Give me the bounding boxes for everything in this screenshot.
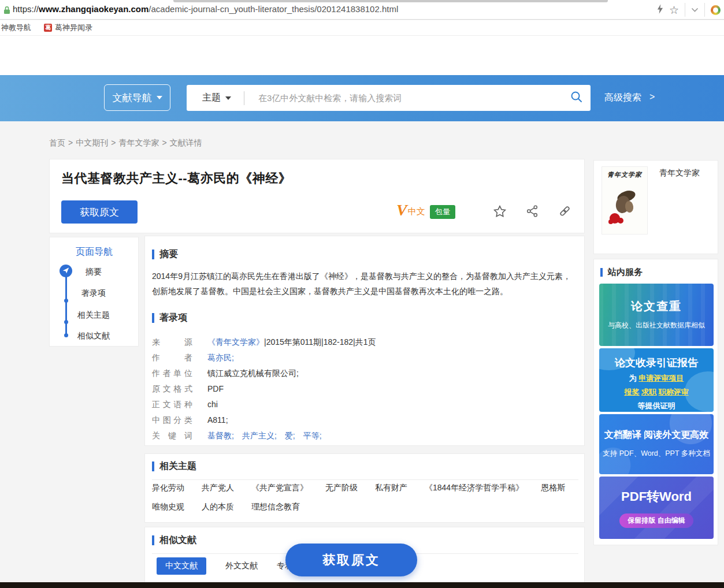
abstract-text: 2014年9月江苏镇江的葛亦民先生在香港出版了《神经》，是基督教与共产主义的整合… — [152, 269, 576, 299]
divider — [685, 3, 685, 17]
abstract-section-heading: 摘要 — [152, 248, 178, 260]
topic-link[interactable]: 恩格斯 — [541, 483, 565, 493]
flash-bolt-icon[interactable] — [657, 4, 663, 16]
url-domain: www.zhangqiaokeyan.com — [39, 4, 148, 14]
search-band: 文献导航 主题 高级搜索> — [0, 75, 724, 121]
bookmark-item-2[interactable]: 葛 葛神异闻录 — [44, 23, 92, 33]
journal-card: 青年文学家 青年文学家 — [593, 160, 718, 254]
search-box: 主题 — [187, 85, 591, 111]
divider — [704, 3, 705, 17]
award-link[interactable]: 报奖 — [624, 388, 639, 396]
related-topics-card: 相关主题 异化劳动 共产党人 《共产党宣言》 无产阶级 私有财产 《1844年经… — [144, 453, 585, 523]
topic-link[interactable]: 理想信念教育 — [251, 502, 300, 512]
page-nav-item-abstract[interactable]: 摘要 — [86, 267, 102, 277]
author-link[interactable]: 葛亦民; — [207, 350, 234, 366]
timeline-dot — [64, 299, 68, 303]
keyword-link[interactable]: 共产主义; — [242, 428, 277, 444]
search-submit-button[interactable] — [563, 85, 591, 111]
service-doc-translate[interactable]: 文档翻译 阅读外文更高效 支持 PDF、Word、PPT 多种文档 — [599, 414, 714, 474]
section-bar — [152, 462, 154, 471]
search-icon — [570, 90, 584, 106]
topic-link[interactable]: 人的本质 — [202, 502, 234, 512]
record-row-author: 作者 葛亦民; — [152, 350, 376, 366]
v-mark-icon: V — [396, 202, 407, 218]
topic-link[interactable]: 唯物史观 — [152, 502, 184, 512]
topic-link[interactable]: 异化劳动 — [152, 483, 184, 493]
site-services-card: 站内服务 论文查重 与高校、出版社文献数据库相似 论文收录引证报告 为 申请评审… — [593, 259, 718, 545]
similar-tabs: 中文文献 外文文献 专利 — [157, 557, 293, 575]
secure-padlock-icon — [3, 6, 10, 17]
topic-link[interactable]: 无产阶级 — [325, 483, 358, 493]
paper-plane-icon — [62, 266, 69, 276]
copy-link-icon[interactable] — [558, 204, 571, 221]
caret-down-icon — [157, 96, 162, 99]
topic-link[interactable]: 《1844年经济学哲学手稿》 — [425, 483, 523, 493]
section-bar — [152, 313, 154, 323]
keyword-link[interactable]: 基督教; — [207, 428, 234, 444]
extension-icon[interactable] — [711, 5, 721, 15]
url-path: /academic-journal-cn_youth-literator_the… — [148, 4, 398, 14]
breadcrumb-sep: > — [162, 138, 166, 148]
topic-link[interactable]: 共产党人 — [202, 483, 234, 493]
breadcrumb-cn-journal[interactable]: 中文期刊 — [76, 138, 108, 148]
journal-name[interactable]: 青年文学家 — [659, 168, 700, 178]
job-link[interactable]: 求职 — [641, 388, 656, 396]
title-review-link[interactable]: 职称评审 — [659, 388, 689, 396]
timeline-dot — [64, 320, 68, 324]
divider — [244, 91, 244, 105]
section-bar — [600, 268, 603, 277]
bookmark-star-icon[interactable]: ☆ — [669, 5, 679, 16]
caret-down-icon — [225, 96, 231, 100]
article-title: 当代基督教共产主义--葛亦民的《神经》 — [61, 170, 291, 187]
section-bar — [152, 250, 154, 259]
journal-link[interactable]: 《青年文学家》 — [207, 334, 264, 350]
tab-foreign-docs[interactable]: 外文文献 — [225, 561, 258, 571]
bookmark-2-label: 葛神异闻录 — [55, 23, 92, 33]
package-badge: 包量 — [430, 205, 455, 219]
record-row-language: 正文语种 chi — [152, 397, 376, 412]
favorite-star-icon[interactable] — [493, 204, 507, 221]
tab-chinese-docs[interactable]: 中文文献 — [157, 557, 206, 575]
apply-review-link[interactable]: 申请评审项目 — [638, 374, 684, 382]
page-nav-item-topics[interactable]: 相关主题 — [77, 310, 110, 321]
keyword-link[interactable]: 爱; — [285, 428, 295, 444]
browser-window: https://www.zhangqiaokeyan.com/academic-… — [0, 0, 724, 588]
bookmark-item-1[interactable]: 神教导航 — [1, 23, 31, 33]
share-icon[interactable] — [526, 204, 539, 221]
journal-cover[interactable]: 青年文学家 — [602, 166, 648, 235]
service-pdf-to-word[interactable]: PDF转Word 保留排版 自由编辑 — [599, 477, 714, 539]
record-section-heading: 著录项 — [152, 312, 187, 324]
page-nav-item-record[interactable]: 著录项 — [81, 288, 106, 299]
floating-get-fulltext-button[interactable]: 获取原文 — [285, 544, 417, 576]
service-plagiarism-check[interactable]: 论文查重 与高校、出版社文献数据库相似 — [599, 284, 714, 346]
breadcrumb-detail: 文献详情 — [170, 138, 202, 148]
keyword-link[interactable]: 平等; — [303, 428, 322, 444]
topic-link[interactable]: 《共产党宣言》 — [251, 483, 308, 493]
breadcrumb: 首页> 中文期刊> 青年文学家> 文献详情 — [49, 138, 202, 148]
browser-url-bar[interactable]: https://www.zhangqiaokeyan.com/academic-… — [0, 0, 724, 20]
url-scheme: https:// — [13, 4, 39, 14]
address-url[interactable]: https://www.zhangqiaokeyan.com/academic-… — [13, 4, 398, 14]
page-nav-item-similar[interactable]: 相似文献 — [77, 331, 110, 341]
advanced-search-link[interactable]: 高级搜索> — [604, 92, 655, 104]
chinese-language-mark: V 中文 — [396, 202, 425, 218]
page-nav-card: 页面导航 摘要 著录项 相关主题 相似文献 — [49, 237, 139, 347]
breadcrumb-home[interactable]: 首页 — [49, 138, 65, 148]
record-row-source: 来源 《青年文学家》|2015年第011期|182-182|共1页 — [152, 334, 376, 350]
section-bar — [152, 535, 154, 545]
service-citation-report[interactable]: 论文收录引证报告 为 申请评审项目 报奖 求职 职称评审 等提供证明 — [599, 348, 714, 412]
breadcrumb-journal[interactable]: 青年文学家 — [118, 138, 159, 148]
record-row-format: 原文格式 PDF — [152, 381, 376, 397]
services-section-heading: 站内服务 — [600, 267, 643, 278]
get-fulltext-button[interactable]: 获取原文 — [61, 200, 138, 224]
literature-nav-dropdown[interactable]: 文献导航 — [104, 84, 170, 111]
timeline-dot — [64, 333, 68, 337]
page-nav-title: 页面导航 — [76, 246, 113, 258]
search-input[interactable] — [258, 93, 563, 103]
topic-link[interactable]: 私有财产 — [375, 483, 407, 493]
pdf-word-badge: 保留排版 自由编辑 — [619, 513, 693, 528]
active-section-marker — [60, 265, 72, 277]
chevron-down-icon[interactable] — [691, 5, 699, 15]
search-scope-dropdown[interactable]: 主题 — [202, 92, 231, 104]
bookmarks-bar: 神教导航 葛 葛神异闻录 — [0, 20, 724, 36]
